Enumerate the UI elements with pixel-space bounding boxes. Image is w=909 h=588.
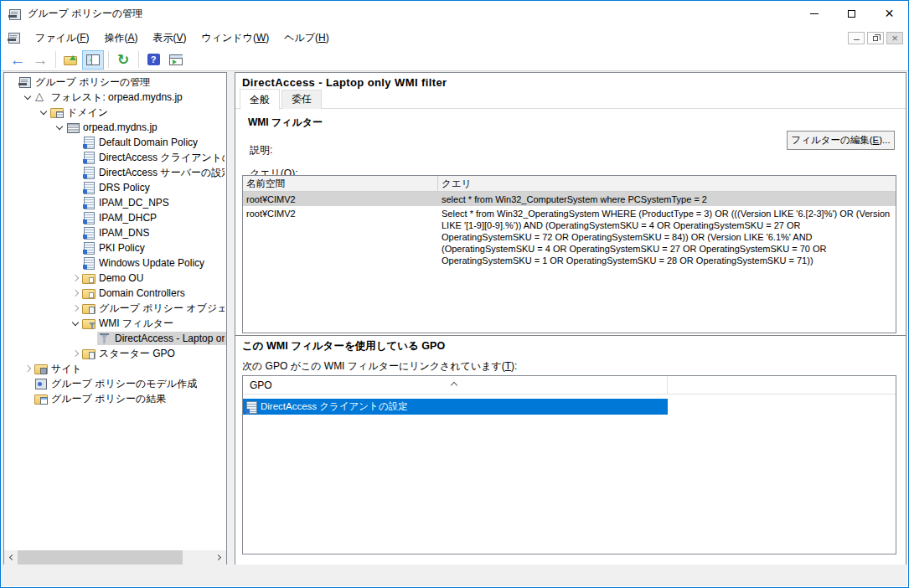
menu-item[interactable]: ファイル(F) [28,28,96,48]
chevron-icon[interactable] [70,287,81,299]
tree-item-label: グループ ポリシー オブジェクト [99,302,225,316]
chevron-icon[interactable] [6,76,18,88]
tree-item-label: IPAM_DHCP [99,212,157,224]
chevron-icon[interactable] [70,137,81,148]
tree-item[interactable]: WMI フィルター [4,316,226,331]
tree-item[interactable]: Default Domain Policy [4,135,226,150]
menu-item[interactable]: 表示(V) [145,28,194,48]
menu-item[interactable]: ウィンドウ(W) [194,28,277,48]
gpo-list-item[interactable]: DirectAccess クライアントの設定 [243,399,668,415]
tree-item[interactable]: フォレスト: orpead.mydns.jp [4,90,226,105]
column-divider[interactable] [667,376,668,395]
chevron-icon[interactable] [22,393,34,405]
gpo-icon [82,212,96,224]
mdi-restore-button[interactable] [867,32,884,44]
chevron-icon[interactable] [70,212,81,224]
menu-item[interactable]: 操作(A) [96,28,145,48]
page-title: DirectAccess - Laptop only WMI filter [242,76,447,89]
sites-folder-icon [34,363,48,374]
console-tree: グループ ポリシーの管理 フォレスト: orpead.mydns.jp ドメイン [4,75,226,406]
column-header-query[interactable]: クエリ [438,176,896,191]
description-label: 説明: [250,143,272,157]
console-tree-button[interactable] [82,50,104,70]
chevron-icon[interactable] [70,227,81,239]
tree-item[interactable]: Windows Update Policy [4,255,226,271]
gpo-item-label: DirectAccess クライアントの設定 [261,400,408,413]
tree-item[interactable]: IPAM_DC_NPS [4,195,226,210]
chevron-icon[interactable] [70,317,81,329]
action-pane-button[interactable] [165,50,187,70]
tree-item[interactable]: グループ ポリシーの結果 [4,391,226,406]
menu-item[interactable]: ヘルプ(H) [276,28,337,48]
tree-item[interactable]: ドメイン [4,105,226,120]
gpo-list-header[interactable]: GPO [243,376,896,395]
tree-item[interactable]: Demo OU [4,271,226,286]
chevron-icon[interactable] [70,197,81,209]
scrollbar-thumb[interactable] [18,550,183,565]
tree-item[interactable]: orpead.mydns.jp [4,120,226,135]
up-one-level-button[interactable] [59,50,81,70]
forward-button[interactable] [29,50,51,70]
chevron-icon[interactable] [70,272,81,284]
chevron-icon[interactable] [70,167,81,178]
chevron-icon[interactable] [70,152,81,163]
tree-item[interactable]: グループ ポリシーの管理 [4,75,226,90]
help-button[interactable] [142,50,164,70]
wmi-folder-icon [82,317,96,329]
tab[interactable]: 全般 [240,89,280,110]
tree-item[interactable]: サイト [4,361,226,376]
column-header-namespace[interactable]: 名前空間 [243,176,438,191]
gpo-icon [82,152,96,163]
tree-item-label: フォレスト: orpead.mydns.jp [51,90,183,105]
toolbar-separator [138,51,139,68]
results-icon [34,393,48,405]
chevron-icon[interactable] [70,182,81,193]
tree-item[interactable]: PKI Policy [4,240,226,255]
tree-item-label: ドメイン [67,106,108,120]
scroll-right-arrow-icon[interactable] [212,550,226,565]
tree-item[interactable]: Domain Controllers [4,286,226,301]
query-row[interactable]: root¥CIMV2 select * from Win32_ComputerS… [243,192,896,206]
chevron-icon[interactable] [38,106,49,118]
gpo-icon [82,197,96,209]
close-button[interactable] [870,1,908,27]
tree-item[interactable]: IPAM_DHCP [4,210,226,225]
mdi-close-button[interactable] [886,32,903,44]
column-header-gpo[interactable]: GPO [250,379,272,391]
toolbar-glyph [10,52,26,68]
tree-item[interactable]: グループ ポリシーのモデル作成 [4,376,226,391]
query-row[interactable]: root¥CIMV2 Select * from Win32_Operating… [243,206,896,267]
chevron-icon[interactable] [22,91,34,103]
tree-item[interactable]: スターター GPO [4,346,226,361]
tree-item[interactable]: IPAM_DNS [4,225,226,240]
refresh-button[interactable] [112,50,134,70]
horizontal-scrollbar[interactable] [4,550,226,565]
gpo-icon [82,257,96,269]
tree-item[interactable]: DirectAccess サーバーの設定 [4,165,226,180]
tree-item[interactable]: DRS Policy [4,180,226,195]
chevron-icon[interactable] [85,333,97,344]
tab-strip: 全般委任 [240,90,323,109]
chevron-icon[interactable] [70,302,81,314]
back-button[interactable] [7,50,28,70]
tree-item[interactable]: DirectAccess クライアントの設定 [4,150,226,165]
chevron-icon[interactable] [22,363,34,374]
gpo-section-subtitle: 次の GPO がこの WMI フィルターにリンクされています(T): [242,359,517,374]
chevron-icon[interactable] [22,378,34,389]
scroll-left-arrow-icon[interactable] [4,550,18,565]
minimize-button[interactable] [795,1,833,27]
chevron-icon[interactable] [54,121,65,133]
tree-item[interactable]: グループ ポリシー オブジェクト [4,301,226,316]
maximize-button[interactable] [833,1,870,27]
mdi-minimize-button[interactable] [848,32,865,44]
tree-item[interactable]: DirectAccess - Laptop only WMI filter [4,331,226,346]
title-bar[interactable]: グループ ポリシーの管理 [1,1,908,27]
chevron-icon[interactable] [70,348,81,359]
toolbar-separator [55,51,56,68]
chevron-icon[interactable] [70,257,81,269]
funnel-icon [98,333,111,344]
toolbar-glyph [86,54,100,65]
edit-filter-button[interactable]: フィルターの編集(E)... [787,131,895,150]
tab[interactable]: 委任 [281,90,322,109]
chevron-icon[interactable] [70,242,81,254]
